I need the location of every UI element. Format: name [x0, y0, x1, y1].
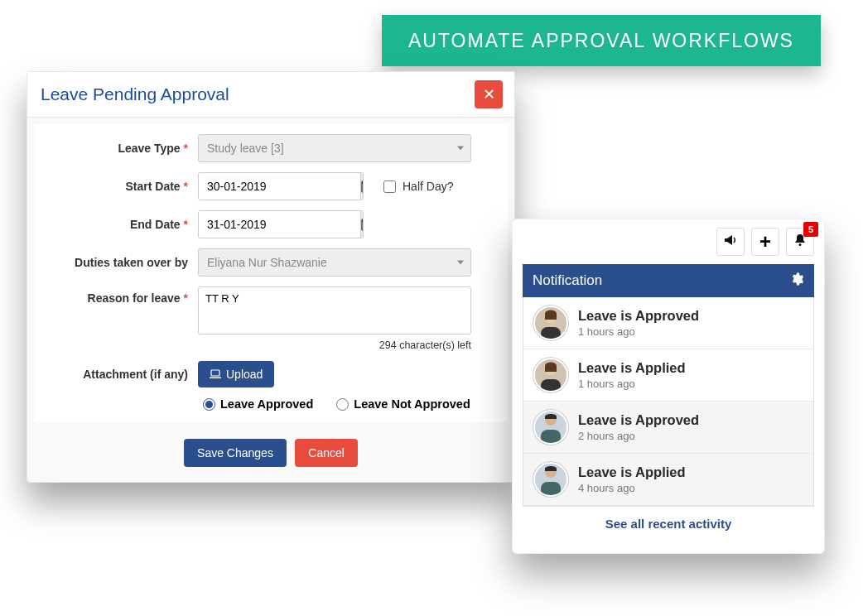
notification-footer: See all recent activity — [523, 507, 814, 541]
notification-item[interactable]: Leave is Approved 1 hours ago — [523, 297, 813, 349]
label-start-date: Start Date — [126, 180, 181, 193]
radio-not-approved[interactable]: Leave Not Approved — [336, 397, 470, 411]
notification-item[interactable]: Leave is Approved 2 hours ago — [523, 402, 813, 454]
duties-select[interactable]: Eliyana Nur Shazwanie — [198, 248, 471, 277]
see-all-link[interactable]: See all recent activity — [605, 517, 732, 531]
calendar-icon[interactable] — [360, 211, 364, 238]
label-attachment: Attachment (if any) — [83, 368, 188, 381]
label-duties: Duties taken over by — [75, 256, 188, 269]
notification-title: Leave is Approved — [578, 308, 699, 324]
promo-banner: AUTOMATE APPROVAL WORKFLOWS — [382, 15, 821, 66]
chevron-down-icon — [457, 261, 464, 265]
label-leave-type: Leave Type — [118, 142, 180, 155]
svg-rect-14 — [541, 379, 561, 391]
required-mark: * — [184, 180, 188, 193]
save-button[interactable]: Save Changes — [184, 439, 287, 467]
gear-icon[interactable] — [789, 272, 804, 291]
calendar-icon[interactable] — [360, 173, 364, 200]
svg-rect-1 — [362, 181, 364, 184]
notification-item[interactable]: Leave is Applied 4 hours ago — [523, 454, 813, 506]
notification-header-title: Notification — [533, 272, 602, 289]
duties-value: Eliyana Nur Shazwanie — [207, 256, 327, 269]
announce-button[interactable] — [716, 228, 745, 256]
leave-type-value: Study leave [3] — [207, 142, 284, 155]
notification-badge: 5 — [803, 222, 818, 237]
notification-toolbar: + 5 — [523, 228, 814, 256]
radio-approved[interactable]: Leave Approved — [203, 397, 313, 411]
svg-rect-12 — [541, 327, 561, 339]
char-count: 294 character(s) left — [198, 339, 471, 351]
label-end-date: End Date — [130, 218, 181, 231]
notification-time: 2 hours ago — [578, 430, 699, 442]
megaphone-icon — [723, 233, 738, 252]
end-date-field[interactable] — [198, 210, 364, 238]
modal-body: Leave Type * Study leave [3] Start Date … — [34, 124, 508, 422]
notification-list: Leave is Approved 1 hours ago Leave is A… — [523, 297, 814, 507]
radio-approved-input[interactable] — [203, 398, 215, 411]
notification-time: 4 hours ago — [578, 482, 686, 494]
notification-header: Notification — [523, 264, 814, 297]
reason-textarea[interactable]: TT R Y — [198, 286, 471, 334]
add-button[interactable]: + — [751, 228, 779, 256]
svg-point-10 — [799, 243, 802, 246]
upload-button[interactable]: Upload — [198, 361, 274, 387]
half-day-checkbox[interactable]: Half Day? — [383, 180, 453, 193]
notification-item[interactable]: Leave is Applied 1 hours ago — [523, 349, 813, 402]
svg-rect-18 — [541, 482, 561, 495]
modal-footer: Save Changes Cancel — [27, 429, 514, 482]
svg-rect-9 — [210, 378, 221, 379]
radio-approved-label: Leave Approved — [220, 397, 313, 411]
half-day-label: Half Day? — [403, 180, 453, 193]
notification-title: Leave is Applied — [578, 360, 686, 376]
cancel-button[interactable]: Cancel — [295, 439, 358, 467]
required-mark: * — [184, 142, 188, 155]
start-date-field[interactable] — [198, 172, 364, 200]
half-day-input[interactable] — [383, 180, 396, 193]
notification-panel: + 5 Notification Leave is Approved 1 hou… — [512, 219, 825, 554]
upload-label: Upload — [226, 368, 263, 381]
leave-type-select[interactable]: Study leave [3] — [198, 134, 471, 162]
svg-rect-16 — [541, 430, 561, 443]
required-mark: * — [184, 291, 188, 305]
plus-icon: + — [759, 232, 771, 252]
notification-time: 1 hours ago — [578, 325, 699, 338]
svg-rect-8 — [211, 370, 219, 376]
close-icon: ✕ — [483, 85, 495, 103]
close-button[interactable]: ✕ — [475, 80, 503, 108]
leave-approval-modal: Leave Pending Approval ✕ Leave Type * St… — [27, 71, 515, 483]
modal-title: Leave Pending Approval — [41, 84, 229, 104]
avatar — [533, 358, 568, 392]
start-date-input[interactable] — [199, 173, 360, 200]
required-mark: * — [184, 218, 188, 231]
avatar — [533, 410, 568, 445]
chevron-down-icon — [457, 147, 464, 151]
notification-time: 1 hours ago — [578, 378, 686, 390]
banner-text: AUTOMATE APPROVAL WORKFLOWS — [408, 30, 794, 52]
notification-title: Leave is Approved — [578, 412, 699, 428]
modal-header: Leave Pending Approval ✕ — [27, 72, 514, 118]
avatar — [533, 462, 568, 497]
label-reason: Reason for leave — [88, 291, 181, 305]
radio-not-approved-label: Leave Not Approved — [354, 397, 470, 411]
notification-title: Leave is Applied — [578, 464, 686, 480]
laptop-icon — [210, 369, 221, 379]
avatar — [533, 306, 568, 340]
end-date-input[interactable] — [199, 211, 360, 238]
radio-not-approved-input[interactable] — [336, 398, 349, 411]
svg-rect-5 — [362, 219, 364, 222]
bell-button[interactable]: 5 — [786, 228, 814, 256]
